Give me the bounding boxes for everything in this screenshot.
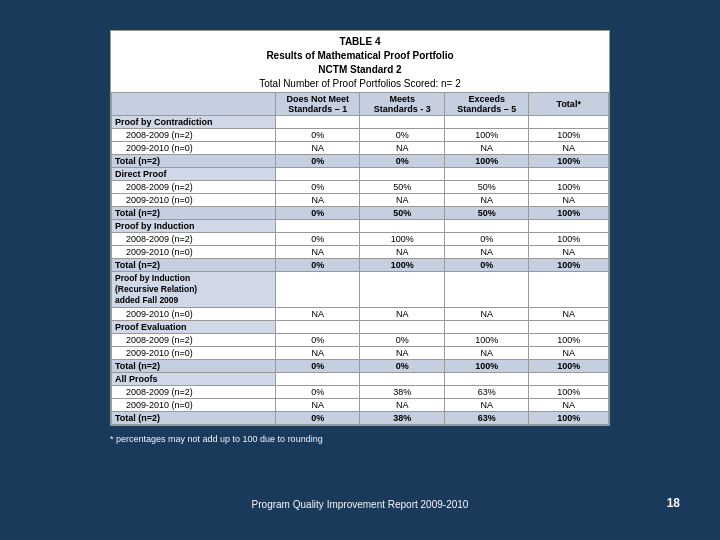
table-wrapper: TABLE 4 Results of Mathematical Proof Po… bbox=[110, 30, 610, 426]
col2-header: Does Not MeetStandards – 1 bbox=[276, 93, 360, 116]
row-label: 2008-2009 (n=2) bbox=[112, 129, 276, 142]
row-label: 2008-2009 (n=2) bbox=[112, 233, 276, 246]
col3-header: MeetsStandards - 3 bbox=[360, 93, 444, 116]
title-line3: NCTM Standard 2 bbox=[113, 63, 607, 77]
row-label: 2009-2010 (n=0) bbox=[112, 246, 276, 259]
footer-text: Program Quality Improvement Report 2009-… bbox=[252, 499, 469, 510]
row-label: 2009-2010 (n=0) bbox=[112, 142, 276, 155]
title-line1: TABLE 4 bbox=[113, 35, 607, 49]
total-row-label: Total (n=2) bbox=[112, 207, 276, 220]
total-row-label: Total (n=2) bbox=[112, 155, 276, 168]
title-line2: Results of Mathematical Proof Portfolio bbox=[113, 49, 607, 63]
total-row-label: Total (n=2) bbox=[112, 360, 276, 373]
page-footer: Program Quality Improvement Report 2009-… bbox=[20, 499, 700, 510]
row-label: 2008-2009 (n=2) bbox=[112, 334, 276, 347]
section-proof-induction-recursive: Proof by Induction(Recursive Relation)ad… bbox=[112, 272, 276, 308]
total-row-label: Total (n=2) bbox=[112, 412, 276, 425]
slide-container: TABLE 4 Results of Mathematical Proof Po… bbox=[20, 20, 700, 520]
row-label: 2008-2009 (n=2) bbox=[112, 181, 276, 194]
page-number: 18 bbox=[667, 496, 680, 510]
row-label: 2008-2009 (n=2) bbox=[112, 386, 276, 399]
section-proof-contradiction: Proof by Contradiction bbox=[112, 116, 276, 129]
row-label: 2009-2010 (n=0) bbox=[112, 347, 276, 360]
row-label: 2009-2010 (n=0) bbox=[112, 308, 276, 321]
total-row-label: Total (n=2) bbox=[112, 259, 276, 272]
section-proof-evaluation: Proof Evaluation bbox=[112, 321, 276, 334]
main-table: Does Not MeetStandards – 1 MeetsStandard… bbox=[111, 92, 609, 425]
section-direct-proof: Direct Proof bbox=[112, 168, 276, 181]
row-label: 2009-2010 (n=0) bbox=[112, 399, 276, 412]
col4-header: ExceedsStandards – 5 bbox=[444, 93, 528, 116]
col5-header: Total* bbox=[529, 93, 609, 116]
row-label: 2009-2010 (n=0) bbox=[112, 194, 276, 207]
footnote: * percentages may not add up to 100 due … bbox=[110, 434, 610, 444]
section-all-proofs: All Proofs bbox=[112, 373, 276, 386]
title-line4: Total Number of Proof Portfolios Scored:… bbox=[113, 77, 607, 91]
table-title: TABLE 4 Results of Mathematical Proof Po… bbox=[111, 31, 609, 92]
section-proof-induction: Proof by Induction bbox=[112, 220, 276, 233]
